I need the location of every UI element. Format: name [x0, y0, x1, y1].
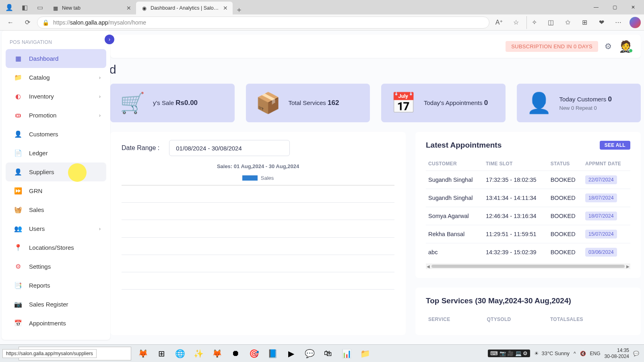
- cell-time: 17:32:35 - 18:02:35: [483, 171, 548, 189]
- language-indicator[interactable]: ENG: [590, 351, 601, 356]
- clock[interactable]: 14:35 30-08-2024: [605, 348, 629, 359]
- sidebar-item-dashboard[interactable]: ▦Dashboard: [6, 49, 106, 68]
- notifications-icon[interactable]: 💬: [633, 351, 639, 356]
- explorer-icon[interactable]: 📁: [357, 346, 374, 362]
- stat-card: 👤Today Customers 0New 0 Repeat 0: [517, 84, 641, 122]
- stat-subtext: New 0 Repeat 0: [559, 105, 612, 111]
- copilot-icon[interactable]: [630, 17, 641, 28]
- skype-icon[interactable]: 💬: [301, 346, 318, 362]
- firefox-icon[interactable]: 🦊: [208, 346, 225, 362]
- close-window-button[interactable]: ✕: [624, 1, 642, 14]
- copilot-taskbar-icon[interactable]: ✨: [190, 346, 207, 362]
- sales-chart-panel: Date Range : 01/08/2024 - 30/08/2024 Sal…: [110, 132, 406, 335]
- tab-new[interactable]: ▦ New tab ✕: [47, 2, 136, 14]
- volume-icon[interactable]: 🔇: [580, 351, 586, 356]
- sidebar-item-grn[interactable]: ⏩GRN: [6, 181, 106, 200]
- favorite-icon[interactable]: ☆: [509, 16, 523, 29]
- date-range-input[interactable]: 01/08/2024 - 30/08/2024: [169, 140, 290, 156]
- favorites-bar-icon[interactable]: ✩: [560, 16, 575, 29]
- new-tab-button[interactable]: ＋: [233, 5, 246, 14]
- sidebar-item-sales[interactable]: 🧺Sales: [6, 200, 106, 219]
- close-icon[interactable]: ✕: [223, 5, 228, 11]
- sidebar-item-label: Customers: [29, 131, 58, 138]
- table-row[interactable]: Rekha Bansal11:29:51 - 11:59:51BOOKED15/…: [426, 225, 630, 243]
- shopping-icon[interactable]: ❤: [594, 16, 609, 29]
- cell-status: BOOKED: [548, 225, 583, 243]
- sidebar-item-reports[interactable]: 📑Reports: [6, 276, 106, 295]
- url-input[interactable]: 🔒 https://salon.galla.app/mysalon/home: [37, 16, 489, 29]
- sidebar-item-catalog[interactable]: 📁Catalog›: [6, 68, 106, 87]
- sidebar-item-label: Sales Register: [29, 301, 68, 308]
- appointments-title: Latest Appointments: [426, 141, 502, 150]
- recording-indicator[interactable]: ⌨ 📷 🎥 💻 ⚙: [488, 350, 530, 357]
- store-icon[interactable]: 🛍: [320, 346, 336, 362]
- refresh-button[interactable]: ⟳: [20, 16, 35, 29]
- collections-icon[interactable]: ⊞: [577, 16, 592, 29]
- maximize-button[interactable]: ▢: [605, 1, 624, 14]
- sidebar-item-label: Catalog: [29, 74, 50, 81]
- tab-title: Dashboard - Analytics | Salon & S: [151, 5, 220, 11]
- stat-card: 🛒y's Sale Rs0.00: [110, 84, 235, 122]
- edge-icon[interactable]: 🌐: [171, 346, 188, 362]
- appointments-table: CUSTOMERTIME SLOTSTATUSAPPMNT DATE Sugan…: [426, 157, 630, 261]
- minimize-button[interactable]: —: [587, 1, 605, 14]
- back-button[interactable]: ←: [3, 16, 18, 29]
- subscription-badge: SUBSCRIPTION END IN 0 DAYS: [506, 41, 598, 52]
- sidebar-item-users[interactable]: 👥Users›: [6, 219, 106, 238]
- split-screen-icon[interactable]: ◫: [543, 16, 558, 29]
- see-all-button[interactable]: SEE ALL: [600, 141, 630, 150]
- main-column: SUBSCRIPTION END IN 0 DAYS ⚙ 🤵 d 🛒y's Sa…: [110, 31, 641, 362]
- stat-text: y's Sale Rs0.00: [153, 99, 198, 107]
- close-icon[interactable]: ✕: [126, 5, 131, 11]
- sidebar-item-appointments[interactable]: 📅Appointments: [6, 314, 106, 333]
- sidebar-item-customers[interactable]: 👤Customers: [6, 125, 106, 144]
- chevron-right-icon: ›: [99, 94, 101, 99]
- register-icon: 📷: [14, 300, 22, 308]
- circle-half-icon: ◐: [14, 93, 22, 100]
- record-icon[interactable]: ⏺: [227, 346, 244, 362]
- user-badge-icon: 👤: [14, 130, 22, 138]
- tab-dashboard[interactable]: ◉ Dashboard - Analytics | Salon & S ✕: [136, 2, 233, 14]
- gear-icon[interactable]: ⚙: [605, 41, 612, 51]
- url-scheme: https://: [53, 19, 70, 26]
- task-view-icon[interactable]: ⊞: [153, 346, 170, 362]
- cell-customer: Somya Agarwal: [426, 207, 483, 225]
- sidebar-item-suppliers[interactable]: 👤Suppliers: [6, 162, 106, 181]
- sidebar-item-inventory[interactable]: ◐Inventory›: [6, 87, 106, 106]
- ticket-icon: 🎟: [14, 112, 22, 119]
- newtab-icon: ▦: [52, 5, 59, 11]
- weather-widget[interactable]: ☀ 33°C Sunny: [534, 350, 570, 356]
- youtube-icon[interactable]: ▶: [283, 346, 299, 362]
- table-row[interactable]: Sugandh Singhal17:32:35 - 18:02:35BOOKED…: [426, 171, 630, 189]
- app-icon[interactable]: 📊: [338, 346, 355, 362]
- sidebar-item-settings[interactable]: ⚙Settings: [6, 257, 106, 276]
- calendar-icon: 📅: [14, 319, 22, 327]
- sidebar-item-sales-register[interactable]: 📷Sales Register: [6, 295, 106, 314]
- more-icon[interactable]: ⋯: [611, 16, 625, 29]
- cell-date: 15/07/2024: [583, 225, 630, 243]
- table-row[interactable]: Somya Agarwal12:46:34 - 13:16:34BOOKED18…: [426, 207, 630, 225]
- sidebar-item-locations-stores[interactable]: 📍Locations/Stores: [6, 238, 106, 257]
- read-aloud-icon[interactable]: A⁺: [492, 16, 506, 29]
- workspaces-icon[interactable]: ◧: [17, 1, 32, 13]
- tray-chevron-icon[interactable]: ^: [574, 351, 576, 356]
- chrome-icon[interactable]: 🎯: [246, 346, 262, 362]
- chart-grid: [122, 185, 394, 290]
- table-scrollbar[interactable]: ◀▶: [426, 263, 630, 269]
- sidebar-toggle[interactable]: ›: [105, 35, 114, 44]
- sidebar-item-ledger[interactable]: 📄Ledger: [6, 144, 106, 162]
- cell-time: 13:41:34 - 14:11:34: [483, 189, 548, 207]
- site-favicon: ◉: [141, 5, 147, 11]
- sidebar-item-label: Appointments: [29, 320, 66, 327]
- facebook-icon[interactable]: 📘: [264, 346, 281, 362]
- cortana-icon[interactable]: 🦊: [134, 346, 151, 362]
- person-icon: 👤: [526, 90, 551, 115]
- extensions-icon[interactable]: ✧: [526, 16, 541, 29]
- sidebar-item-promotion[interactable]: 🎟Promotion›: [6, 106, 106, 125]
- table-row[interactable]: abc14:32:39 - 15:02:39BOOKED03/06/2024: [426, 243, 630, 261]
- avatar[interactable]: 🤵: [618, 39, 633, 53]
- table-row[interactable]: Sugandh Singhal13:41:34 - 14:11:34BOOKED…: [426, 189, 630, 207]
- profile-icon[interactable]: 👤: [2, 1, 17, 13]
- stat-card: 📦Total Services 162: [246, 84, 370, 122]
- tab-actions-icon[interactable]: ▭: [32, 1, 47, 13]
